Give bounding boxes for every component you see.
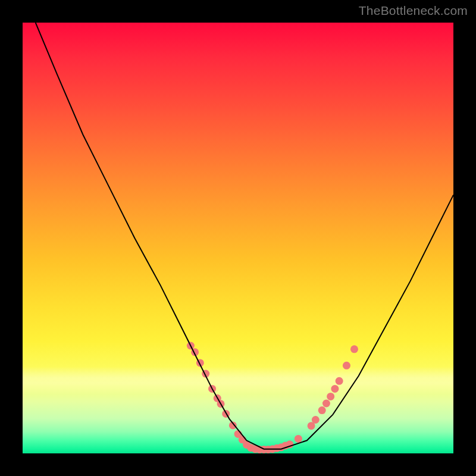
watermark-text: TheBottleneck.com bbox=[359, 4, 468, 18]
highlight-dot bbox=[350, 345, 358, 353]
highlight-dot bbox=[318, 406, 326, 414]
highlight-dot bbox=[331, 385, 339, 393]
highlight-dot bbox=[343, 362, 350, 369]
bottleneck-curve bbox=[36, 23, 453, 449]
highlight-dot bbox=[336, 377, 343, 385]
highlight-dot bbox=[322, 400, 330, 408]
plot-area bbox=[23, 23, 453, 453]
highlight-dot bbox=[295, 435, 302, 443]
highlight-dot bbox=[312, 416, 320, 424]
chart-frame: TheBottleneck.com bbox=[0, 0, 476, 476]
curve-layer bbox=[23, 23, 453, 453]
highlight-segments bbox=[187, 342, 358, 453]
highlight-dot bbox=[327, 393, 334, 400]
